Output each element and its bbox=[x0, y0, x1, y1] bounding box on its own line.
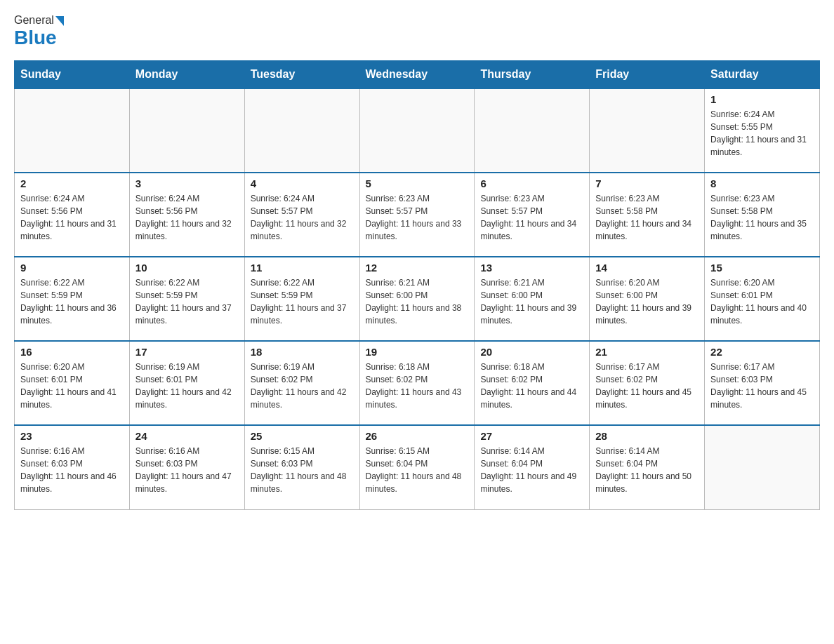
day-number: 20 bbox=[480, 346, 583, 358]
calendar-cell: 3Sunrise: 6:24 AMSunset: 5:56 PMDaylight… bbox=[129, 173, 244, 257]
week-row-1: 1Sunrise: 6:24 AMSunset: 5:55 PMDaylight… bbox=[15, 88, 820, 173]
day-info: Sunrise: 6:20 AMSunset: 6:01 PMDaylight:… bbox=[710, 276, 814, 327]
day-number: 19 bbox=[366, 346, 469, 358]
calendar-cell: 10Sunrise: 6:22 AMSunset: 5:59 PMDayligh… bbox=[129, 257, 244, 341]
day-number: 16 bbox=[20, 346, 124, 358]
day-info: Sunrise: 6:14 AMSunset: 6:04 PMDaylight:… bbox=[595, 445, 699, 495]
calendar-cell: 20Sunrise: 6:18 AMSunset: 6:02 PMDayligh… bbox=[475, 341, 590, 425]
day-info: Sunrise: 6:22 AMSunset: 5:59 PMDaylight:… bbox=[20, 276, 124, 327]
page-header: General Blue bbox=[14, 14, 820, 49]
day-number: 1 bbox=[710, 93, 814, 105]
day-info: Sunrise: 6:18 AMSunset: 6:02 PMDaylight:… bbox=[366, 361, 469, 411]
day-info: Sunrise: 6:22 AMSunset: 5:59 PMDaylight:… bbox=[251, 276, 354, 327]
day-info: Sunrise: 6:17 AMSunset: 6:03 PMDaylight:… bbox=[710, 361, 814, 411]
weekday-header-sunday: Sunday bbox=[15, 61, 130, 89]
calendar-cell: 8Sunrise: 6:23 AMSunset: 5:58 PMDaylight… bbox=[705, 173, 820, 257]
day-number: 18 bbox=[251, 346, 354, 358]
calendar-cell: 28Sunrise: 6:14 AMSunset: 6:04 PMDayligh… bbox=[590, 425, 705, 509]
day-number: 21 bbox=[595, 346, 699, 358]
calendar-cell: 26Sunrise: 6:15 AMSunset: 6:04 PMDayligh… bbox=[359, 425, 475, 509]
calendar-cell: 15Sunrise: 6:20 AMSunset: 6:01 PMDayligh… bbox=[705, 257, 820, 341]
calendar-cell bbox=[590, 88, 705, 173]
day-info: Sunrise: 6:24 AMSunset: 5:55 PMDaylight:… bbox=[710, 108, 814, 159]
calendar-cell: 22Sunrise: 6:17 AMSunset: 6:03 PMDayligh… bbox=[705, 341, 820, 425]
day-number: 12 bbox=[366, 262, 469, 274]
day-info: Sunrise: 6:21 AMSunset: 6:00 PMDaylight:… bbox=[366, 276, 469, 327]
calendar-cell: 18Sunrise: 6:19 AMSunset: 6:02 PMDayligh… bbox=[244, 341, 359, 425]
day-number: 27 bbox=[480, 430, 583, 442]
day-info: Sunrise: 6:20 AMSunset: 6:00 PMDaylight:… bbox=[595, 276, 699, 327]
calendar-cell: 12Sunrise: 6:21 AMSunset: 6:00 PMDayligh… bbox=[359, 257, 475, 341]
weekday-header-saturday: Saturday bbox=[705, 61, 820, 89]
calendar-cell: 24Sunrise: 6:16 AMSunset: 6:03 PMDayligh… bbox=[129, 425, 244, 509]
day-number: 5 bbox=[366, 177, 469, 189]
calendar-cell: 5Sunrise: 6:23 AMSunset: 5:57 PMDaylight… bbox=[359, 173, 475, 257]
calendar-cell bbox=[359, 88, 475, 173]
day-info: Sunrise: 6:24 AMSunset: 5:56 PMDaylight:… bbox=[135, 192, 239, 243]
day-number: 25 bbox=[251, 430, 354, 442]
week-row-4: 16Sunrise: 6:20 AMSunset: 6:01 PMDayligh… bbox=[15, 341, 820, 425]
logo-general-text: General bbox=[14, 14, 54, 27]
day-info: Sunrise: 6:19 AMSunset: 6:02 PMDaylight:… bbox=[251, 361, 354, 411]
week-row-5: 23Sunrise: 6:16 AMSunset: 6:03 PMDayligh… bbox=[15, 425, 820, 509]
calendar-cell: 25Sunrise: 6:15 AMSunset: 6:03 PMDayligh… bbox=[244, 425, 359, 509]
weekday-header-tuesday: Tuesday bbox=[244, 61, 359, 89]
day-number: 6 bbox=[480, 177, 583, 189]
weekday-header-monday: Monday bbox=[129, 61, 244, 89]
calendar-cell: 19Sunrise: 6:18 AMSunset: 6:02 PMDayligh… bbox=[359, 341, 475, 425]
day-number: 3 bbox=[135, 177, 239, 189]
weekday-header-thursday: Thursday bbox=[475, 61, 590, 89]
day-info: Sunrise: 6:24 AMSunset: 5:57 PMDaylight:… bbox=[251, 192, 354, 243]
day-info: Sunrise: 6:16 AMSunset: 6:03 PMDaylight:… bbox=[20, 445, 124, 495]
calendar-cell: 21Sunrise: 6:17 AMSunset: 6:02 PMDayligh… bbox=[590, 341, 705, 425]
calendar-cell: 16Sunrise: 6:20 AMSunset: 6:01 PMDayligh… bbox=[15, 341, 130, 425]
day-number: 26 bbox=[366, 430, 469, 442]
day-number: 11 bbox=[251, 262, 354, 274]
calendar-cell bbox=[244, 88, 359, 173]
week-row-3: 9Sunrise: 6:22 AMSunset: 5:59 PMDaylight… bbox=[15, 257, 820, 341]
calendar-cell bbox=[705, 425, 820, 509]
day-info: Sunrise: 6:21 AMSunset: 6:00 PMDaylight:… bbox=[480, 276, 583, 327]
logo-arrow-icon bbox=[55, 16, 64, 26]
calendar-cell: 13Sunrise: 6:21 AMSunset: 6:00 PMDayligh… bbox=[475, 257, 590, 341]
weekday-header-row: SundayMondayTuesdayWednesdayThursdayFrid… bbox=[15, 61, 820, 89]
day-number: 22 bbox=[710, 346, 814, 358]
day-info: Sunrise: 6:22 AMSunset: 5:59 PMDaylight:… bbox=[135, 276, 239, 327]
calendar-cell: 27Sunrise: 6:14 AMSunset: 6:04 PMDayligh… bbox=[475, 425, 590, 509]
day-number: 28 bbox=[595, 430, 699, 442]
day-info: Sunrise: 6:24 AMSunset: 5:56 PMDaylight:… bbox=[20, 192, 124, 243]
day-info: Sunrise: 6:18 AMSunset: 6:02 PMDaylight:… bbox=[480, 361, 583, 411]
day-number: 15 bbox=[710, 262, 814, 274]
day-info: Sunrise: 6:23 AMSunset: 5:57 PMDaylight:… bbox=[366, 192, 469, 243]
day-info: Sunrise: 6:23 AMSunset: 5:58 PMDaylight:… bbox=[710, 192, 814, 243]
weekday-header-friday: Friday bbox=[590, 61, 705, 89]
day-number: 2 bbox=[20, 177, 124, 189]
calendar-cell bbox=[15, 88, 130, 173]
calendar-cell bbox=[129, 88, 244, 173]
day-number: 17 bbox=[135, 346, 239, 358]
calendar-cell: 14Sunrise: 6:20 AMSunset: 6:00 PMDayligh… bbox=[590, 257, 705, 341]
day-number: 13 bbox=[480, 262, 583, 274]
day-info: Sunrise: 6:16 AMSunset: 6:03 PMDaylight:… bbox=[135, 445, 239, 495]
day-info: Sunrise: 6:15 AMSunset: 6:03 PMDaylight:… bbox=[251, 445, 354, 495]
calendar-cell: 6Sunrise: 6:23 AMSunset: 5:57 PMDaylight… bbox=[475, 173, 590, 257]
calendar-cell: 17Sunrise: 6:19 AMSunset: 6:01 PMDayligh… bbox=[129, 341, 244, 425]
weekday-header-wednesday: Wednesday bbox=[359, 61, 475, 89]
day-number: 8 bbox=[710, 177, 814, 189]
calendar-cell: 4Sunrise: 6:24 AMSunset: 5:57 PMDaylight… bbox=[244, 173, 359, 257]
week-row-2: 2Sunrise: 6:24 AMSunset: 5:56 PMDaylight… bbox=[15, 173, 820, 257]
day-number: 24 bbox=[135, 430, 239, 442]
day-info: Sunrise: 6:20 AMSunset: 6:01 PMDaylight:… bbox=[20, 361, 124, 411]
calendar-cell: 11Sunrise: 6:22 AMSunset: 5:59 PMDayligh… bbox=[244, 257, 359, 341]
logo: General Blue bbox=[14, 14, 64, 49]
calendar-cell: 1Sunrise: 6:24 AMSunset: 5:55 PMDaylight… bbox=[705, 88, 820, 173]
day-number: 9 bbox=[20, 262, 124, 274]
day-info: Sunrise: 6:17 AMSunset: 6:02 PMDaylight:… bbox=[595, 361, 699, 411]
day-info: Sunrise: 6:23 AMSunset: 5:58 PMDaylight:… bbox=[595, 192, 699, 243]
day-info: Sunrise: 6:23 AMSunset: 5:57 PMDaylight:… bbox=[480, 192, 583, 243]
day-number: 14 bbox=[595, 262, 699, 274]
calendar-cell: 23Sunrise: 6:16 AMSunset: 6:03 PMDayligh… bbox=[15, 425, 130, 509]
day-number: 4 bbox=[251, 177, 354, 189]
day-number: 23 bbox=[20, 430, 124, 442]
calendar-cell: 9Sunrise: 6:22 AMSunset: 5:59 PMDaylight… bbox=[15, 257, 130, 341]
